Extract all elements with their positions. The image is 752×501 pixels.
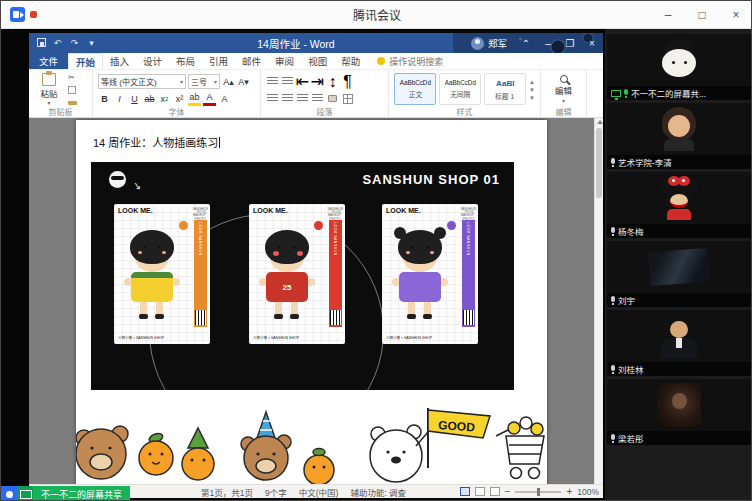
- zoom-level[interactable]: 100%: [577, 487, 599, 497]
- document-page[interactable]: 14 周作业：人物插画练习 ↘ SANSHUN SHOP 01 LOOK ME.…: [76, 120, 547, 484]
- justify-button[interactable]: [311, 92, 324, 105]
- tab-mailings[interactable]: 邮件: [235, 53, 268, 69]
- numbering-button[interactable]: [281, 75, 294, 88]
- poster-brand: SANSHUN SHOP 01: [362, 172, 500, 187]
- account-chip[interactable]: 郑军: [471, 36, 507, 50]
- participant-tile[interactable]: 刘宇: [607, 241, 751, 307]
- style-normal[interactable]: AaBbCcDd 正文: [394, 73, 436, 105]
- align-left-button[interactable]: [266, 92, 279, 105]
- increase-indent-button[interactable]: ⇥: [311, 75, 324, 88]
- editing-button[interactable]: 编辑: [555, 84, 572, 96]
- styles-group: AaBbCcDd 正文 AaBbCcDd 无间隔 AaBI 标题 1 ▲ ▼: [389, 70, 541, 117]
- font-size-combo[interactable]: 三号▾: [188, 74, 220, 89]
- tab-insert[interactable]: 插入: [103, 53, 136, 69]
- page-count[interactable]: 第1页，共1页: [201, 486, 253, 498]
- paste-dropdown-icon: ▾: [47, 99, 50, 106]
- format-painter-button[interactable]: [68, 97, 80, 106]
- word-count[interactable]: 9个字: [265, 486, 287, 498]
- word-close-button[interactable]: ×: [581, 33, 603, 53]
- underline-button[interactable]: U: [128, 92, 141, 106]
- participant-tile[interactable]: 杨冬梅: [607, 172, 751, 238]
- print-layout-button[interactable]: [475, 487, 485, 496]
- quick-access-toolbar: ↶ ↷ ▾: [37, 38, 97, 49]
- web-layout-button[interactable]: [490, 487, 500, 496]
- lightbulb-icon: [377, 57, 385, 65]
- highlight-color-button[interactable]: ab: [188, 92, 201, 106]
- paste-label: 粘贴: [40, 87, 57, 99]
- quick-access-dropdown-icon[interactable]: ▾: [86, 38, 97, 49]
- styles-more-icon[interactable]: ▼: [529, 95, 535, 101]
- superscript-button[interactable]: x²: [173, 92, 186, 106]
- tell-me-label: 操作说明搜索: [389, 55, 443, 68]
- tab-review[interactable]: 审阅: [268, 53, 301, 69]
- show-marks-button[interactable]: ¶: [341, 75, 354, 88]
- document-scrollbar[interactable]: [594, 118, 603, 484]
- tab-design[interactable]: 设计: [136, 53, 169, 69]
- language-status[interactable]: 中文(中国): [299, 486, 339, 498]
- tab-layout[interactable]: 布局: [169, 53, 202, 69]
- redo-icon[interactable]: ↷: [69, 38, 80, 49]
- save-icon[interactable]: [37, 38, 46, 47]
- editing-dropdown-icon[interactable]: ▾: [562, 97, 565, 104]
- style-name: 标题 1: [495, 90, 514, 100]
- zoom-knob[interactable]: [537, 488, 540, 496]
- sort-button[interactable]: ↕: [326, 75, 339, 88]
- participant-tile[interactable]: 梁若彤: [607, 379, 751, 445]
- zoom-slider[interactable]: [515, 491, 561, 493]
- meeting-minimize-button[interactable]: –: [651, 1, 685, 29]
- tab-file[interactable]: 文件: [29, 53, 68, 69]
- align-center-icon: [282, 94, 293, 103]
- bold-button[interactable]: B: [98, 92, 111, 106]
- grow-font-button[interactable]: A▴: [222, 75, 235, 89]
- style-no-spacing[interactable]: AaBbCcDd 无间隔: [439, 73, 481, 105]
- ribbon-display-options-button[interactable]: ⌃: [515, 33, 537, 53]
- document-area: 14 周作业：人物插画练习 ↘ SANSHUN SHOP 01 LOOK ME.…: [29, 118, 603, 484]
- align-right-button[interactable]: [296, 92, 309, 105]
- scroll-up-icon[interactable]: [597, 120, 603, 124]
- tab-help[interactable]: 帮助: [334, 53, 367, 69]
- font-name-combo[interactable]: 等线 (中文正文)▾: [98, 74, 186, 89]
- paragraph-group: ⇤ ⇥ ↕ ¶ 段落: [261, 70, 389, 117]
- strikethrough-button[interactable]: ab: [143, 92, 156, 106]
- undo-icon[interactable]: ↶: [52, 38, 63, 49]
- word-titlebar: ↶ ↷ ▾ 14周作业 - Word 郑军 ⌃ – ❐ ×: [29, 33, 603, 53]
- meeting-close-button[interactable]: ×: [719, 1, 752, 29]
- dropdown-icon: ▾: [214, 78, 217, 85]
- copy-button[interactable]: [68, 85, 80, 94]
- italic-button[interactable]: I: [113, 92, 126, 106]
- tab-view[interactable]: 视图: [301, 53, 334, 69]
- styles-scroll-up-icon[interactable]: ▲: [529, 79, 535, 85]
- shrink-font-button[interactable]: A▾: [237, 75, 250, 89]
- character-shading-button[interactable]: A: [218, 92, 231, 106]
- scrollbar-thumb[interactable]: [596, 128, 602, 198]
- borders-button[interactable]: [341, 92, 354, 105]
- styles-scroll-down-icon[interactable]: ▼: [529, 87, 535, 93]
- zoom-out-button[interactable]: −: [505, 487, 511, 497]
- font-size-value: 三号: [191, 76, 207, 87]
- tab-references[interactable]: 引用: [202, 53, 235, 69]
- word-minimize-button[interactable]: –: [537, 33, 559, 53]
- align-center-button[interactable]: [281, 92, 294, 105]
- meeting-maximize-button[interactable]: □: [685, 1, 719, 29]
- decrease-indent-button[interactable]: ⇤: [296, 75, 309, 88]
- participant-tile[interactable]: 刘桂林: [607, 310, 751, 376]
- align-left-icon: [267, 94, 278, 103]
- style-heading1[interactable]: AaBI 标题 1: [484, 73, 526, 105]
- participant-tile[interactable]: 艺术学院-李清: [607, 103, 751, 169]
- word-restore-button[interactable]: ❐: [559, 33, 581, 53]
- shading-button[interactable]: [326, 92, 339, 105]
- subscript-button[interactable]: x2: [158, 92, 171, 106]
- zoom-in-button[interactable]: +: [566, 487, 572, 497]
- read-mode-button[interactable]: [460, 487, 470, 496]
- accessibility-status[interactable]: 辅助功能: 调查: [350, 486, 406, 498]
- cut-button[interactable]: ✂: [68, 73, 80, 82]
- participant-tile-host[interactable]: 不一不二的屏幕共...: [607, 34, 751, 100]
- tell-me-search[interactable]: 操作说明搜索: [377, 53, 443, 69]
- card-side-strip: LOOK SANSHUN: [329, 220, 342, 327]
- bullets-button[interactable]: [266, 75, 279, 88]
- tab-home[interactable]: 开始: [68, 53, 103, 69]
- font-color-button[interactable]: A: [203, 92, 216, 106]
- barcode: [463, 310, 474, 325]
- mic-icon: [624, 89, 628, 95]
- paste-button[interactable]: 粘贴 ▾: [34, 73, 64, 106]
